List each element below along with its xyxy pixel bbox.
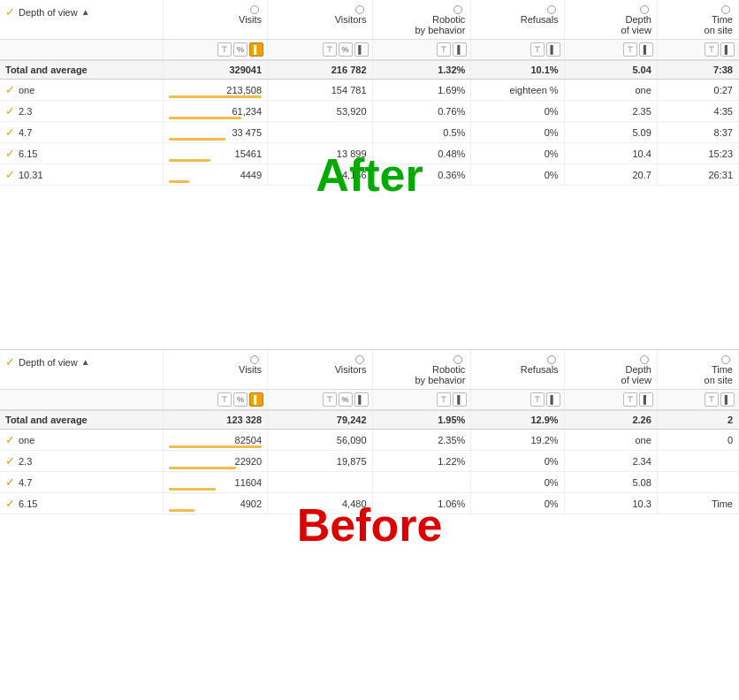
before-col-header-depth[interactable]: ✓ Depth of view ▲ (0, 350, 163, 390)
before-percent-visits-btn[interactable]: % (233, 392, 248, 407)
chart-depthv-btn[interactable]: ▌ (639, 42, 653, 57)
after-row-robotic: 0.76% (372, 101, 471, 122)
after-row-robotic: 0.5% (372, 122, 471, 143)
col-header-visits[interactable]: Visits (163, 0, 267, 40)
before-col-header-robotic[interactable]: Robotic by behavior (372, 350, 471, 390)
total-visits-cell: 329041 (163, 60, 267, 80)
before-chart-depthv-btn[interactable]: ▌ (639, 392, 653, 407)
col-header-depthv[interactable]: Depth of view (564, 0, 657, 40)
total-depthv-cell: 5.04 (564, 60, 657, 80)
total-depth-cell: Total and average (0, 60, 163, 80)
chart-robotic-btn[interactable]: ▌ (453, 42, 467, 57)
radio-visitors (355, 5, 364, 14)
after-row-depthv: one (564, 80, 657, 101)
before-col-header-refusals[interactable]: Refusals (471, 350, 564, 390)
before-chart-visits-btn[interactable]: ▌ (249, 392, 263, 407)
before-col-header-depthv[interactable]: Depth of view (564, 350, 657, 390)
before-col-robotic-sub: by behavior (415, 375, 465, 385)
col-header-refusals[interactable]: Refusals (471, 0, 564, 40)
after-row-visitors: 154 781 (268, 80, 372, 101)
before-data-row: ✓ one 82504 56,090 2.35% 19.2% one 0 (0, 430, 739, 451)
before-row-visitors: 19,875 (268, 451, 372, 472)
percent-visitors-btn[interactable]: % (339, 42, 353, 57)
before-row-depthv: 5.08 (564, 472, 657, 493)
before-row-visitors: 56,090 (268, 430, 372, 451)
chart-visits-btn[interactable]: ▌ (249, 42, 263, 57)
filter-depthv-cell: ⊤ ▌ (564, 40, 657, 61)
before-percent-visitors-btn[interactable]: % (339, 392, 353, 407)
after-row-visitors: 53,920 (268, 101, 372, 122)
after-row-visits: 33 475 (163, 122, 267, 143)
check-icon: ✓ (5, 5, 15, 19)
col-header-depth[interactable]: ✓ Depth of view ▲ (0, 0, 163, 40)
before-col-header-visits[interactable]: Visits (163, 350, 267, 390)
after-row-visitors: 13 899 (268, 143, 372, 164)
before-col-depth-label: Depth of view (19, 357, 78, 368)
after-row-check: ✓ (5, 83, 15, 96)
filter-robotic-btn[interactable]: ⊤ (437, 42, 451, 57)
before-total-robotic: 1.95% (372, 410, 471, 430)
col-header-robotic[interactable]: Robotic by behavior (372, 0, 471, 40)
before-col-header-visitors[interactable]: Visitors (268, 350, 372, 390)
before-radio-robotic (453, 355, 462, 364)
radio-robotic (453, 5, 462, 14)
before-row-refusals: 19.2% (471, 430, 564, 451)
radio-refusals (547, 5, 556, 14)
after-row-depth: ✓ 10.31 (0, 164, 163, 186)
before-col-visitors-label: Visitors (335, 364, 367, 375)
col-visitors-label: Visitors (335, 14, 367, 25)
before-chart-refusals-btn[interactable]: ▌ (546, 392, 560, 407)
col-depthv-label2: of view (621, 25, 651, 35)
filter-refusals-btn[interactable]: ⊤ (530, 42, 545, 57)
after-row-depth: ✓ one (0, 80, 163, 101)
radio-time (721, 5, 730, 14)
before-col-header-time[interactable]: Time on site (657, 350, 738, 390)
before-section: ✓ Depth of view ▲ Visits Visi (0, 350, 739, 700)
percent-visits-btn[interactable]: % (233, 42, 248, 57)
before-row-visitors (268, 472, 372, 493)
before-filter-row: ⊤ % ▌ ⊤ % ▌ ⊤ ▌ (0, 390, 739, 411)
before-row-check: ✓ (5, 497, 15, 510)
col-header-visitors[interactable]: Visitors (268, 0, 372, 40)
before-radio-visits (250, 355, 259, 364)
filter-visitors-btn[interactable]: ⊤ (323, 42, 337, 57)
before-chart-visitors-btn[interactable]: ▌ (354, 392, 369, 407)
before-row-time (657, 451, 738, 472)
after-data-row: ✓ 6.15 15461 13 899 0.48% 0% 10.4 15:23 (0, 143, 739, 164)
before-filter-depthv-btn[interactable]: ⊤ (623, 392, 637, 407)
before-col-visits-label: Visits (239, 364, 262, 375)
before-filter-visits-btn[interactable]: ⊤ (217, 392, 232, 407)
after-row-refusals: 0% (471, 122, 564, 143)
before-row-check: ✓ (5, 454, 15, 468)
before-chart-robotic-btn[interactable]: ▌ (453, 392, 467, 407)
after-row-refusals: 0% (471, 143, 564, 164)
before-filter-time-btn[interactable]: ⊤ (705, 392, 719, 407)
before-filter-time-cell: ⊤ ▌ (657, 390, 738, 411)
before-chart-time-btn[interactable]: ▌ (720, 392, 735, 407)
col-robotic-sub: by behavior (415, 25, 465, 35)
after-section: ✓ Depth of view ▲ Visits Visi (0, 0, 739, 350)
before-filter-robotic-btn[interactable]: ⊤ (437, 392, 451, 407)
before-row-depth: ✓ 6.15 (0, 493, 163, 514)
before-filter-refusals-btn[interactable]: ⊤ (530, 392, 545, 407)
before-row-depthv: 2.34 (564, 451, 657, 472)
filter-time-btn[interactable]: ⊤ (705, 42, 719, 57)
chart-refusals-btn[interactable]: ▌ (546, 42, 560, 57)
after-row-time: 8:37 (657, 122, 738, 143)
chart-time-btn[interactable]: ▌ (720, 42, 735, 57)
before-total-row: Total and average 123 328 79,242 1.95% 1… (0, 410, 739, 430)
before-row-refusals: 0% (471, 472, 564, 493)
before-row-depthv: 10.3 (564, 493, 657, 514)
before-filter-visits-cell: ⊤ % ▌ (163, 390, 267, 411)
before-filter-visitors-btn[interactable]: ⊤ (323, 392, 337, 407)
chart-visitors-btn[interactable]: ▌ (354, 42, 369, 57)
after-row-robotic: 1.69% (372, 80, 471, 101)
col-time-label: Time (712, 14, 733, 25)
after-row-time: 26:31 (657, 164, 738, 186)
after-row-time: 0:27 (657, 80, 738, 101)
before-total-visitors: 79,242 (268, 410, 372, 430)
before-radio-time (721, 355, 730, 364)
filter-visits-btn[interactable]: ⊤ (217, 42, 232, 57)
col-header-time[interactable]: Time on site (657, 0, 738, 40)
filter-depthv-btn[interactable]: ⊤ (623, 42, 637, 57)
